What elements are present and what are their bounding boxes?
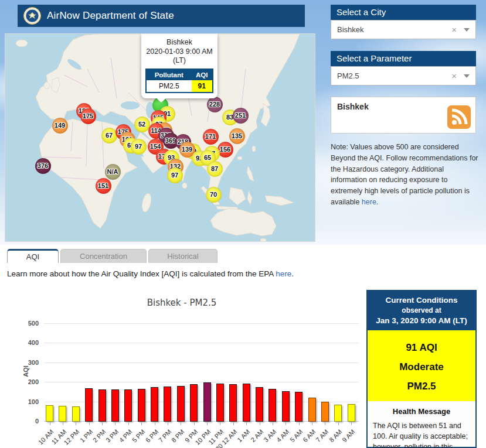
learn-more-text: Learn more about how the Air Quality Ind…: [7, 269, 294, 278]
city-dropdown[interactable]: Bishkek ×: [331, 20, 476, 39]
chart-bar[interactable]: [308, 398, 316, 422]
app-title: AirNow Department of State: [47, 10, 174, 22]
popup-pollutant-header: Pollutant: [146, 69, 192, 80]
parameter-dropdown-value: PM2.5: [337, 71, 451, 80]
aqi-parameter: PM2.5: [368, 381, 475, 391]
x-axis-tick: [63, 422, 63, 425]
y-axis-tick-label: 200: [19, 378, 39, 385]
chart-bar[interactable]: [98, 389, 106, 422]
tab-historical[interactable]: Historical: [148, 249, 217, 263]
x-axis-tick: [351, 422, 352, 425]
map-marker[interactable]: 97: [131, 139, 147, 155]
chart-bar[interactable]: [164, 387, 171, 422]
x-axis-tick: [141, 422, 142, 425]
y-axis-tick-label: 300: [19, 359, 39, 366]
clear-parameter-icon[interactable]: ×: [451, 71, 457, 81]
world-map[interactable]: 1821751496717510152689791145971461143133…: [5, 33, 315, 242]
current-conditions-panel: Current Conditions observed at Jan 3, 20…: [366, 290, 477, 448]
popup-datetime: 2020-01-03 9:00 AM (LT): [145, 47, 213, 66]
aqi-category: Moderate: [368, 362, 475, 372]
x-axis-tick: [155, 422, 155, 425]
aqi-chart: Bishkek - PM2.5 AQI 0100200300400500 10 …: [5, 290, 363, 448]
city-dropdown-value: Bishkek: [337, 25, 451, 34]
map-marker[interactable]: 87: [207, 161, 223, 177]
gridline: [44, 323, 359, 324]
current-conditions-title: Current Conditions: [370, 296, 473, 305]
x-axis-tick: [312, 422, 312, 425]
clear-city-icon[interactable]: ×: [451, 25, 457, 35]
chart-bar[interactable]: [295, 392, 303, 422]
chart-plot-area: [44, 324, 359, 422]
parameter-dropdown[interactable]: PM2.5 ×: [331, 66, 476, 86]
map-marker[interactable]: 228: [207, 97, 223, 112]
health-message-title: Health Message: [373, 407, 470, 416]
aqi-value: 91 AQI: [368, 343, 475, 353]
observed-datetime: Jan 3, 2020 9:00 AM (LT): [370, 316, 473, 325]
chart-bar[interactable]: [321, 402, 329, 422]
x-axis-tick: [168, 422, 168, 425]
chart-bar[interactable]: [138, 389, 145, 422]
chart-bar[interactable]: [229, 384, 237, 422]
map-marker[interactable]: 97: [167, 167, 183, 183]
chart-bar[interactable]: [203, 382, 211, 422]
x-axis-tick: [194, 422, 195, 425]
chart-bar[interactable]: [216, 384, 224, 422]
x-axis-tick: [128, 422, 129, 425]
map-marker[interactable]: 70: [206, 187, 222, 203]
x-axis-tick: [76, 422, 76, 425]
chevron-down-icon[interactable]: [464, 74, 470, 78]
chart-bar[interactable]: [282, 391, 290, 422]
popup-aqi-header: AQI: [192, 69, 213, 80]
chart-bar[interactable]: [46, 405, 53, 422]
chart-bar[interactable]: [269, 389, 276, 422]
x-axis-tick: [102, 422, 103, 425]
chart-bar[interactable]: [256, 387, 263, 422]
chart-bar[interactable]: [59, 406, 66, 422]
chart-bar[interactable]: [243, 384, 250, 422]
x-axis-tick: [286, 422, 286, 425]
x-axis-tick: [181, 422, 181, 425]
chart-bar[interactable]: [151, 387, 158, 422]
app-header: AirNow Department of State: [18, 5, 305, 27]
chart-bar[interactable]: [190, 384, 198, 422]
department-of-state-seal-icon: [23, 7, 41, 25]
health-message-text: The AQI is between 51 and 100. Air quali…: [373, 420, 470, 448]
x-axis-tick: [50, 422, 50, 425]
map-marker[interactable]: 175: [80, 108, 96, 124]
x-axis-tick: [115, 422, 115, 425]
map-marker[interactable]: 171: [203, 129, 219, 145]
tab-aqi[interactable]: AQI: [7, 249, 59, 263]
note-here-link[interactable]: here: [362, 198, 376, 206]
x-axis-tick: [220, 422, 220, 425]
chart-bar[interactable]: [85, 388, 93, 422]
observed-at-label: observed at: [370, 306, 473, 314]
tab-concentration[interactable]: Concentration: [60, 249, 147, 263]
map-marker[interactable]: 151: [96, 178, 111, 194]
map-marker[interactable]: 149: [52, 118, 68, 134]
chart-bar[interactable]: [72, 406, 80, 422]
gridline: [44, 362, 359, 363]
chart-bar[interactable]: [177, 386, 185, 422]
map-marker[interactable]: 251: [233, 108, 249, 124]
learn-more-here-link[interactable]: here: [276, 269, 291, 278]
map-marker[interactable]: 52: [134, 117, 150, 132]
map-popup: Bishkek 2020-01-03 9:00 AM (LT) Pollutan…: [141, 34, 217, 98]
chevron-down-icon[interactable]: [464, 28, 470, 32]
map-marker[interactable]: 376: [35, 158, 51, 174]
x-axis-tick: [246, 422, 247, 425]
rss-icon[interactable]: [447, 105, 471, 129]
map-marker[interactable]: 135: [229, 128, 245, 144]
map-marker[interactable]: 67: [101, 128, 117, 143]
chart-bar[interactable]: [111, 389, 119, 422]
y-axis-tick-label: 0: [19, 418, 39, 425]
x-axis-tick: [325, 422, 325, 425]
chart-bar[interactable]: [334, 405, 342, 422]
x-axis-tick: [233, 422, 234, 425]
map-marker[interactable]: N/A: [105, 164, 121, 180]
y-axis-tick-label: 400: [19, 339, 39, 346]
chart-bar[interactable]: [124, 389, 132, 422]
gridline: [44, 382, 359, 382]
map-marker[interactable]: 156: [217, 142, 233, 158]
chart-bar[interactable]: [348, 404, 355, 422]
popup-city: Bishkek: [145, 38, 213, 47]
